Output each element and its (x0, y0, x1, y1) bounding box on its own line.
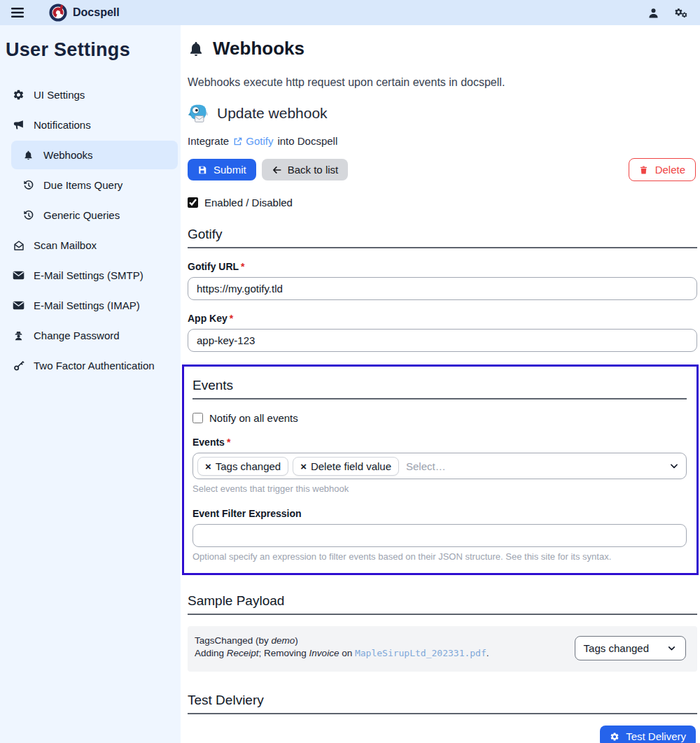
sidebar-item-change-password[interactable]: Change Password (1, 321, 179, 350)
action-buttons: Submit Back to list Delete (188, 158, 697, 181)
bell-icon (22, 149, 34, 161)
gotify-section-heading: Gotify (188, 227, 697, 248)
events-section-heading: Events (192, 378, 687, 399)
user-secret-icon (13, 330, 24, 341)
gotify-url-label: Gotify URL* (188, 261, 697, 272)
save-icon (197, 164, 208, 175)
notify-all-row: Notify on all events (192, 412, 687, 424)
brand[interactable]: Docspell (49, 3, 120, 22)
delete-button[interactable]: Delete (629, 158, 696, 181)
submit-button[interactable]: Submit (188, 159, 256, 181)
sidebar-item-label: Scan Mailbox (34, 239, 97, 251)
event-filter-label: Event Filter Expression (192, 508, 687, 519)
form-title: Update webhook (188, 103, 697, 124)
required-asterisk: * (241, 261, 244, 272)
bullhorn-icon (13, 119, 24, 131)
sidebar-item-generic-queries[interactable]: Generic Queries (11, 201, 179, 229)
enabled-label: Enabled / Disabled (204, 197, 293, 208)
sidebar-item-webhooks[interactable]: Webhooks (11, 141, 178, 169)
sample-payload-heading: Sample Payload (188, 593, 697, 615)
envelope-icon (13, 299, 24, 311)
events-field-label: Events* (192, 437, 687, 448)
events-multiselect[interactable]: × Tags changed × Delete field value Sele… (192, 453, 687, 479)
arrow-left-icon (272, 164, 282, 175)
chip-remove-icon[interactable]: × (300, 460, 307, 472)
chip-remove-icon[interactable]: × (205, 460, 211, 472)
sidebar-item-label: Webhooks (43, 149, 93, 161)
gotify-link[interactable]: Gotify (233, 135, 273, 147)
sidebar-item-label: UI Settings (34, 89, 85, 101)
event-chip[interactable]: × Tags changed (197, 457, 288, 476)
user-account-icon[interactable] (643, 3, 664, 22)
trash-icon (639, 164, 650, 175)
event-chip[interactable]: × Delete field value (293, 457, 399, 476)
history-icon (22, 179, 34, 191)
sidebar-item-label: Change Password (34, 330, 120, 341)
required-asterisk: * (227, 437, 230, 448)
gear-icon (13, 89, 24, 101)
sidebar-item-email-smtp[interactable]: E-Mail Settings (SMTP) (1, 261, 179, 290)
enabled-checkbox-row: Enabled / Disabled (188, 197, 697, 208)
external-link-icon (233, 136, 243, 146)
required-asterisk: * (230, 313, 233, 324)
gotify-logo-icon (188, 103, 209, 124)
sidebar-item-label: E-Mail Settings (SMTP) (34, 269, 144, 281)
hamburger-menu-icon[interactable] (8, 3, 27, 22)
events-helper-text: Select events that trigger this webhook (192, 483, 687, 494)
test-delivery-heading: Test Delviery (188, 693, 697, 714)
envelope-open-icon (13, 239, 24, 251)
app-key-input[interactable] (188, 329, 697, 352)
app-key-label: App Key* (188, 313, 697, 324)
notify-all-checkbox[interactable] (192, 413, 203, 423)
sidebar-item-label: Generic Queries (43, 209, 120, 221)
bell-icon (188, 40, 204, 58)
events-select-placeholder: Select… (406, 460, 446, 472)
enabled-checkbox[interactable] (188, 197, 198, 208)
chevron-down-icon[interactable] (669, 461, 679, 471)
sidebar-item-label: Notifications (34, 119, 91, 131)
sidebar-item-email-imap[interactable]: E-Mail Settings (IMAP) (1, 291, 179, 320)
topbar: Docspell (0, 0, 700, 25)
chevron-down-icon (667, 644, 677, 653)
sample-payload-text: TagsChanged (by demo) Adding Receipt; Re… (195, 635, 489, 660)
envelope-icon (13, 269, 24, 281)
sidebar-item-two-factor[interactable]: Two Factor Authentication (1, 351, 179, 380)
sidebar-item-label: Two Factor Authentication (34, 360, 155, 372)
event-filter-input[interactable] (192, 524, 687, 547)
sidebar-item-ui-settings[interactable]: UI Settings (1, 80, 179, 109)
main-content: Webhooks Webhooks execute http request u… (181, 25, 700, 743)
sidebar-item-scan-mailbox[interactable]: Scan Mailbox (1, 231, 179, 260)
docspell-logo-icon (49, 3, 67, 22)
payload-event-select[interactable]: Tags changed (575, 636, 686, 660)
settings-cogs-icon[interactable] (671, 3, 692, 22)
key-icon (13, 360, 24, 372)
test-delivery-button[interactable]: Test Delivery (600, 726, 696, 743)
sidebar-item-label: Due Items Query (43, 179, 122, 191)
brand-name: Docspell (73, 6, 120, 19)
sample-payload-box: TagsChanged (by demo) Adding Receipt; Re… (188, 626, 697, 672)
integrate-line: Integrate Gotify into Docspell (188, 135, 697, 147)
sidebar-item-notifications[interactable]: Notifications (1, 111, 179, 139)
sidebar-item-due-items-query[interactable]: Due Items Query (11, 171, 179, 199)
test-delivery-row: Test Delivery (188, 726, 697, 743)
gotify-url-input[interactable] (188, 277, 697, 300)
page-title: Webhooks (188, 38, 697, 59)
sidebar: User Settings UI Settings Notifications … (0, 25, 181, 743)
history-icon (22, 209, 34, 221)
payload-file-link[interactable]: MapleSirupLtd_202331.pdf (355, 648, 486, 658)
gear-icon (610, 731, 620, 742)
events-highlight-box: Events Notify on all events Events* × Ta… (182, 365, 699, 575)
page-description: Webhooks execute http request upon certa… (188, 76, 697, 89)
sidebar-item-label: E-Mail Settings (IMAP) (34, 299, 140, 311)
back-to-list-button[interactable]: Back to list (262, 159, 349, 181)
sidebar-title: User Settings (0, 34, 181, 79)
notify-all-label: Notify on all events (209, 412, 298, 424)
event-filter-helper-text: Optional specify an expression to filter… (192, 551, 687, 562)
